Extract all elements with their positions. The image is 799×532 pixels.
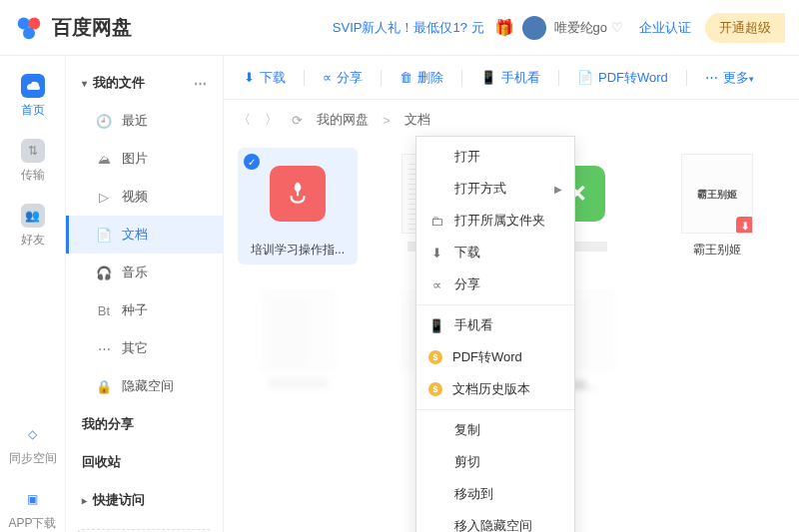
sidebar-item-5[interactable]: Bt种子: [66, 291, 223, 329]
item-icon: 🕘: [96, 114, 112, 129]
enterprise-link[interactable]: 企业认证: [639, 19, 691, 37]
ctx-icon: ⬇: [428, 246, 444, 261]
avatar[interactable]: [522, 16, 546, 40]
sidebar-item-0[interactable]: 🕘最近: [66, 102, 223, 140]
svg-point-2: [23, 27, 35, 39]
item-icon: ⛰: [96, 152, 112, 167]
sidebar-item-4[interactable]: 🎧音乐: [66, 254, 223, 291]
toolbar-更多[interactable]: ⋯更多▾: [699, 65, 760, 91]
file-item[interactable]: ✓培训学习操作指...: [238, 148, 358, 265]
gift-icon[interactable]: 🎁: [494, 18, 514, 37]
ctx-移入隐藏空间[interactable]: 移入隐藏空间: [416, 510, 574, 532]
ctx-分享[interactable]: ∝分享: [416, 268, 574, 300]
promo-link[interactable]: SVIP新人礼！最低仅1? 元: [333, 19, 484, 37]
context-menu: 打开打开方式▶🗀打开所属文件夹⬇下载∝分享📱手机看$PDF转Word$文档历史版…: [415, 136, 575, 532]
forward-icon[interactable]: 〉: [265, 111, 278, 129]
secondary-sidebar: ▾我的文件⋯ 🕘最近⛰图片▷视频📄文档🎧音乐Bt种子⋯其它🔒隐藏空间 我的分享 …: [66, 56, 224, 532]
item-icon: ▷: [96, 190, 112, 205]
item-icon: 📄: [96, 228, 112, 243]
toolbar-删除[interactable]: 🗑删除: [394, 65, 449, 91]
sidebar-my-share[interactable]: 我的分享: [66, 405, 223, 443]
toolbar-分享[interactable]: ∝分享: [317, 65, 369, 91]
toolbar-icon: 📄: [577, 70, 593, 85]
file-item[interactable]: 霸王别姬⬇霸王别姬: [657, 148, 777, 265]
refresh-icon[interactable]: ⟳: [292, 113, 303, 128]
ctx-剪切[interactable]: 剪切: [416, 446, 574, 478]
toolbar-icon: ⬇: [244, 70, 255, 85]
file-item[interactable]: ————————————————————————————————————————…: [238, 284, 358, 398]
sidebar-item-3[interactable]: 📄文档: [66, 216, 223, 254]
coin-icon: $: [428, 350, 442, 364]
toolbar-icon: 🗑: [400, 70, 412, 85]
brand-text: 百度网盘: [52, 14, 132, 41]
back-icon[interactable]: 〈: [238, 111, 251, 129]
header-bar: 百度网盘 SVIP新人礼！最低仅1? 元 🎁 唯爱纶go ♡ 企业认证 开通超级: [0, 0, 799, 56]
ctx-打开[interactable]: 打开: [416, 141, 574, 173]
toolbar-icon: 📱: [480, 70, 496, 85]
toolbar-icon: ∝: [323, 70, 332, 85]
nav-sync[interactable]: ◇同步空间: [9, 422, 57, 467]
toolbar-PDF转Word[interactable]: 📄PDF转Word: [571, 65, 674, 91]
ctx-打开所属文件夹[interactable]: 🗀打开所属文件夹: [416, 205, 574, 237]
chevron-right-icon: ▶: [554, 184, 562, 195]
breadcrumb-root[interactable]: 我的网盘: [317, 111, 369, 129]
toolbar-icon: ⋯: [705, 70, 718, 85]
group-quick-access[interactable]: ▸快捷访问: [66, 481, 223, 519]
chevron-right-icon: ▸: [82, 495, 87, 506]
ctx-icon: ∝: [428, 277, 444, 292]
nav-friends[interactable]: 👥好友: [21, 204, 45, 249]
ctx-PDF转Word[interactable]: $PDF转Word: [416, 341, 574, 373]
file-thumb: 霸王别姬⬇: [677, 154, 757, 234]
toolbar: ⬇下载∝分享🗑删除📱手机看📄PDF转Word⋯更多▾: [224, 56, 799, 100]
main-panel: ⬇下载∝分享🗑删除📱手机看📄PDF转Word⋯更多▾ 〈 〉 ⟳ 我的网盘 > …: [224, 56, 799, 532]
sidebar-item-6[interactable]: ⋯其它: [66, 329, 223, 367]
breadcrumb-current: 文档: [404, 111, 430, 129]
more-icon[interactable]: ⋯: [194, 76, 207, 91]
sidebar-recycle[interactable]: 回收站: [66, 443, 223, 481]
item-icon: 🔒: [96, 379, 112, 394]
sidebar-item-7[interactable]: 🔒隐藏空间: [66, 367, 223, 405]
ctx-文档历史版本[interactable]: $文档历史版本: [416, 373, 574, 405]
group-my-files[interactable]: ▾我的文件⋯: [66, 64, 223, 102]
username[interactable]: 唯爱纶go: [554, 19, 607, 37]
coin-icon: $: [428, 382, 442, 396]
logo[interactable]: 百度网盘: [14, 13, 132, 43]
file-thumb: ————————————————————————————————————————…: [258, 290, 338, 370]
upgrade-button[interactable]: 开通超级: [705, 13, 785, 43]
file-name: 霸王别姬: [663, 242, 771, 259]
ctx-icon: 🗀: [428, 214, 444, 229]
ctx-icon: 📱: [428, 318, 444, 333]
toolbar-下载[interactable]: ⬇下载: [238, 65, 292, 91]
file-thumb: [258, 154, 338, 234]
breadcrumb: 〈 〉 ⟳ 我的网盘 > 文档: [224, 100, 799, 140]
file-name: [244, 378, 352, 388]
ctx-复制[interactable]: 复制: [416, 414, 574, 446]
ctx-打开方式[interactable]: 打开方式▶: [416, 173, 574, 205]
vip-badge-icon: ♡: [611, 20, 623, 35]
nav-transfer[interactable]: ⇅传输: [21, 139, 45, 184]
ctx-移动到[interactable]: 移动到: [416, 478, 574, 510]
ctx-手机看[interactable]: 📱手机看: [416, 309, 574, 341]
item-icon: Bt: [96, 303, 112, 318]
chevron-down-icon: ▾: [82, 78, 87, 89]
ctx-下载[interactable]: ⬇下载: [416, 237, 574, 268]
toolbar-手机看[interactable]: 📱手机看: [474, 65, 546, 91]
sidebar-item-2[interactable]: ▷视频: [66, 178, 223, 216]
item-icon: 🎧: [96, 266, 112, 280]
sidebar-item-1[interactable]: ⛰图片: [66, 140, 223, 178]
nav-home[interactable]: 首页: [21, 74, 45, 119]
file-name: 培训学习操作指...: [244, 242, 352, 259]
item-icon: ⋯: [96, 341, 112, 356]
nav-download-app[interactable]: ▣APP下载: [8, 487, 56, 532]
file-badge: ⬇: [736, 217, 753, 234]
primary-sidebar: 首页 ⇅传输 👥好友 ◇同步空间 ▣APP下载: [0, 56, 66, 532]
